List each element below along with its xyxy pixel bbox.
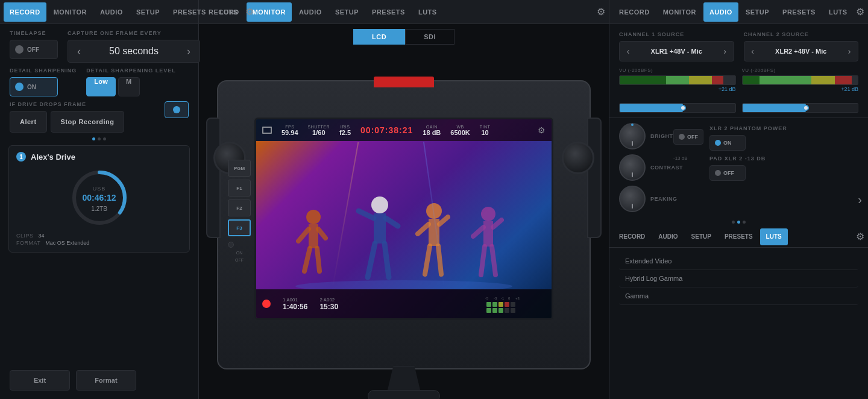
peaking-knob[interactable] [619, 186, 646, 212]
slider1-thumb[interactable] [680, 105, 686, 111]
sub-tab-audio[interactable]: AUDIO [652, 228, 684, 245]
pad-off-toggle[interactable]: OFF [709, 165, 746, 181]
left-grip [206, 118, 221, 238]
stepper-next-btn[interactable]: › [178, 40, 200, 63]
right-panel: RECORD MONITOR AUDIO SETUP PRESETS LUTS … [609, 0, 868, 399]
level-low-btn[interactable]: Low [86, 77, 116, 96]
stepper-prev-btn[interactable]: ‹ [68, 40, 90, 63]
sub-tab-record[interactable]: RECORD [613, 228, 651, 245]
lut-item-extended[interactable]: Extended Video [619, 253, 858, 270]
drive-1-number: 1 [16, 152, 26, 162]
svg-line-12 [368, 243, 375, 277]
tint-display: TINT 10 [480, 125, 491, 136]
exit-btn[interactable]: Exit [10, 370, 70, 391]
channel1-next-arrow[interactable]: › [717, 41, 734, 61]
f2-btn[interactable]: F2 [228, 200, 251, 216]
svg-line-23 [493, 220, 502, 227]
tab-presets-right[interactable]: PRESETS [776, 2, 822, 22]
wb-value: 6500K [450, 129, 470, 136]
left-tab-bar: RECORD MONITOR AUDIO SETUP PRESETS LUTS … [0, 0, 198, 24]
alert-btn[interactable]: Alert [10, 111, 47, 133]
bright-knob[interactable] [619, 123, 646, 149]
drive-circle-container: USB 00:46:12 1.2TB [16, 168, 182, 228]
tab-luts-left[interactable]: LUTS [213, 2, 244, 22]
phantom-power-label: XLR 2 PHANTOM POWER [709, 125, 858, 131]
clip2-label: 2 A002 [319, 297, 338, 303]
xlr-off-btn[interactable]: OFF [673, 129, 703, 145]
vu1-label: VU (-20dBFS) [619, 68, 653, 73]
timelapse-block: TIMELAPSE OFF [10, 30, 58, 59]
tab-presets-left[interactable]: PRESETS [167, 2, 212, 22]
lut-item-hlg[interactable]: Hybrid Log Gamma [619, 270, 858, 287]
tab-luts-center[interactable]: LUTS [412, 2, 443, 22]
tab-monitor-left[interactable]: MONITOR [48, 2, 93, 22]
tab-luts-right[interactable]: LUTS [823, 2, 854, 22]
phantom-on-toggle[interactable]: ON [709, 135, 746, 151]
slider1-fill [620, 104, 683, 112]
contrast-knob[interactable] [619, 154, 646, 181]
settings-icon-center[interactable]: ⚙ [597, 6, 605, 17]
sub-settings-icon[interactable]: ⚙ [856, 231, 864, 242]
tab-record-right[interactable]: RECORD [613, 2, 656, 22]
channel1-prev-arrow[interactable]: ‹ [620, 41, 637, 61]
capture-frame-label: CAPTURE ONE FRAME EVERY [68, 30, 200, 36]
tab-audio-right[interactable]: AUDIO [703, 2, 738, 22]
svg-rect-37 [486, 308, 491, 313]
channel2-next-arrow[interactable]: › [841, 41, 858, 61]
f3-btn[interactable]: F3 [228, 219, 251, 236]
rdot-2 [737, 221, 740, 224]
vu-meter-section: VU (-20dBFS) +21 dB VU (-20dBFS) [609, 61, 868, 98]
sdi-tab[interactable]: SDI [405, 29, 454, 45]
timelapse-label: TIMELAPSE [10, 30, 58, 36]
svg-line-4 [298, 229, 309, 241]
tab-audio-left[interactable]: AUDIO [94, 2, 129, 22]
screen-content: FPS 59.94 SHUTTER 1/60 IRIS f2.5 [256, 119, 552, 318]
tab-setup-right[interactable]: SETUP [740, 2, 775, 22]
settings-icon-left[interactable]: ⚙ [245, 6, 254, 17]
tab-record-left[interactable]: RECORD [4, 2, 46, 22]
tab-setup-left[interactable]: SETUP [130, 2, 166, 22]
detail-sharpening-toggle[interactable]: ON [10, 77, 58, 96]
sub-tab-presets[interactable]: PRESETS [719, 228, 759, 245]
lcd-tab[interactable]: LCD [353, 29, 405, 45]
f1-btn[interactable]: F1 [228, 180, 251, 196]
camera-screen: FPS 59.94 SHUTTER 1/60 IRIS f2.5 [254, 118, 553, 320]
capture-frame-stepper[interactable]: ‹ 50 seconds › [68, 40, 200, 63]
sub-tab-luts[interactable]: LUTS [760, 228, 788, 245]
pgm-btn[interactable]: PGM [228, 160, 251, 177]
svg-line-22 [473, 227, 483, 236]
tab-monitor-right[interactable]: MONITOR [657, 2, 702, 22]
bright-row: BRIGHT [619, 123, 667, 149]
svg-rect-40 [505, 308, 509, 313]
drive-type-label: USB [93, 186, 106, 192]
right-grip [587, 118, 602, 238]
right-knob[interactable] [562, 142, 594, 174]
settings-icon-right[interactable]: ⚙ [856, 6, 864, 17]
drive-1-header: 1 Alex's Drive [16, 152, 182, 162]
stop-recording-btn[interactable]: Stop Recording [51, 111, 125, 133]
slider1-track[interactable] [619, 103, 736, 113]
channel1-selector[interactable]: ‹ XLR1 +48V - Mic › [619, 41, 734, 61]
svg-line-17 [439, 217, 448, 224]
channel2-selector[interactable]: ‹ XLR2 +48V - Mic › [744, 41, 859, 61]
xlr-off-dot [679, 134, 685, 140]
format-btn[interactable]: Format [76, 370, 136, 391]
detail-sharpening-toggle-label: ON [27, 84, 36, 90]
sub-tab-setup[interactable]: SETUP [685, 228, 717, 245]
svg-point-26 [295, 280, 512, 289]
level-slider-1 [619, 101, 736, 113]
right-panel-scroll-arrow[interactable]: › [858, 193, 862, 207]
slider2-track[interactable] [742, 103, 859, 113]
timelapse-toggle-label: OFF [27, 46, 39, 53]
clip1-label: 1 A001 [283, 297, 307, 303]
lut-item-gamma[interactable]: Gamma [619, 287, 858, 305]
level-med-btn[interactable]: M [118, 77, 139, 96]
tab-presets-center[interactable]: PRESETS [366, 2, 411, 22]
timelapse-toggle[interactable]: OFF [10, 40, 58, 59]
tab-audio-center[interactable]: AUDIO [293, 2, 328, 22]
slider2-thumb[interactable] [803, 105, 809, 111]
svg-line-24 [481, 247, 485, 275]
gain-display: GAIN 18 dB [423, 125, 441, 136]
tab-setup-center[interactable]: SETUP [329, 2, 365, 22]
channel2-prev-arrow[interactable]: ‹ [744, 41, 761, 61]
